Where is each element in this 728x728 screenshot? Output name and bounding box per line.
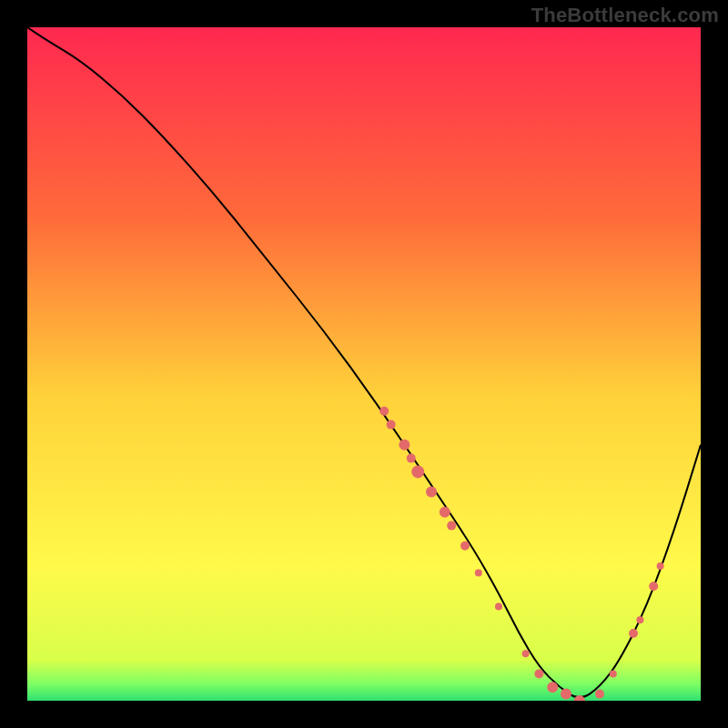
plot-area — [27, 27, 701, 701]
data-point — [561, 689, 571, 700]
data-point — [522, 650, 530, 657]
data-point — [411, 465, 424, 478]
data-point — [387, 420, 396, 430]
data-point — [447, 521, 456, 531]
data-point — [629, 629, 638, 638]
data-point — [657, 562, 664, 570]
data-point — [610, 670, 617, 677]
chart-svg — [27, 27, 701, 701]
data-point — [407, 454, 416, 463]
gradient-background — [27, 27, 701, 701]
data-point — [547, 682, 558, 693]
data-point — [636, 616, 643, 623]
data-point — [495, 602, 502, 610]
data-point — [460, 541, 470, 551]
data-point — [475, 569, 482, 576]
data-point — [649, 581, 658, 591]
data-point — [426, 487, 437, 498]
chart-frame: TheBottleneck.com — [0, 0, 728, 728]
data-point — [399, 440, 410, 450]
data-point — [595, 690, 604, 699]
attribution-text: TheBottleneck.com — [531, 4, 719, 27]
data-point — [534, 669, 543, 678]
data-point — [440, 507, 450, 518]
data-point — [379, 407, 389, 416]
